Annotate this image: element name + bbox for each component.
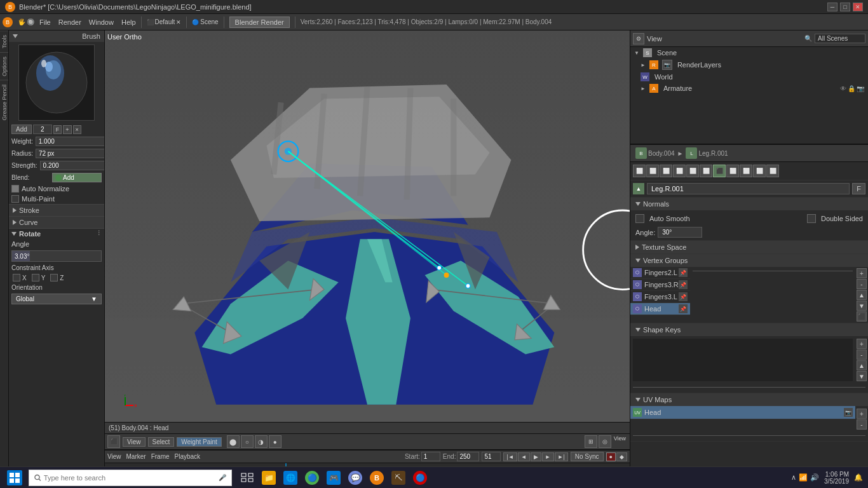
brush-add-btn[interactable]: Add (11, 125, 32, 134)
vg-header[interactable]: Vertex Groups (630, 254, 868, 267)
grease-pencil-tab[interactable]: Grease Pencil (0, 80, 8, 125)
menu-render[interactable]: Render (58, 18, 81, 26)
prop-tab-material[interactable]: ⬜ (726, 165, 739, 177)
prop-tab-world[interactable]: ⬜ (660, 165, 672, 177)
network-icon[interactable]: 📶 (799, 473, 808, 482)
sk-remove-btn[interactable]: - (857, 349, 867, 360)
search-bar[interactable]: 🎤 (29, 470, 232, 486)
notifications-icon[interactable]: 🔔 (854, 473, 863, 482)
maximize-btn[interactable]: □ (840, 3, 850, 11)
vg-item-fingers3l[interactable]: ⬡ Fingers3.L 📌 (630, 291, 690, 303)
taskbar-store-btn[interactable]: 🎮 (323, 468, 344, 488)
brush-num-field[interactable]: 2 (33, 125, 52, 134)
menu-file[interactable]: File (39, 18, 51, 26)
blend-selector[interactable]: Add (52, 173, 102, 182)
mode-selector[interactable]: 🖐 🔘 (18, 18, 34, 25)
outliner-item-scene[interactable]: ▼ S Scene (630, 47, 868, 58)
prop-tab-particles[interactable]: ⬜ (753, 165, 766, 177)
menu-help[interactable]: Help (121, 18, 136, 26)
menu-window[interactable]: Window (89, 18, 114, 26)
timeline-frame-menu[interactable]: Frame (151, 453, 170, 460)
armature-render-icon[interactable]: 📷 (857, 85, 864, 92)
view-btn[interactable]: View (123, 437, 146, 447)
taskview-btn[interactable] (237, 468, 257, 488)
prev-frame-btn[interactable]: ◄ (518, 452, 530, 461)
uvm-remove-btn[interactable]: - (857, 419, 867, 430)
tools-tab[interactable]: Tools (0, 30, 8, 52)
viewport-3d[interactable]: User Ortho (105, 30, 630, 433)
weight-paint-btn[interactable]: Weight Paint (177, 437, 222, 447)
z-checkbox[interactable] (50, 274, 58, 281)
prop-tab-modifiers[interactable]: ⬜ (700, 165, 712, 177)
normals-header[interactable]: Normals (630, 198, 868, 210)
radius-input[interactable]: 72 px (36, 149, 104, 158)
outliner-search[interactable] (815, 34, 865, 43)
record-btn[interactable]: ● (606, 452, 616, 461)
vg-remove-btn[interactable]: - (857, 279, 867, 289)
brush-header[interactable]: Brush (9, 30, 104, 42)
object-f-btn[interactable]: F (852, 183, 865, 194)
next-frame-btn[interactable]: ► (542, 452, 554, 461)
sk-header[interactable]: Shape Keys (630, 323, 868, 336)
material-mode-icon[interactable]: ◑ (255, 435, 268, 448)
outliner-item-renderlayers[interactable]: ► R 📷 RenderLayers (630, 58, 868, 71)
rendered-mode-icon[interactable]: ● (269, 435, 281, 448)
double-sided-checkbox[interactable] (807, 214, 816, 223)
taskbar-explorer-btn[interactable]: 📁 (259, 468, 279, 488)
prop-tab-data[interactable]: ⬛ (713, 165, 726, 177)
start-field[interactable] (421, 452, 440, 461)
start-button[interactable] (0, 467, 29, 489)
taskbar-discord-btn[interactable]: 💬 (345, 468, 365, 488)
curve-section-header[interactable]: Curve (9, 217, 104, 229)
taskbar-blender-btn[interactable]: B (367, 468, 387, 488)
sk-up-btn[interactable]: ▲ (857, 360, 867, 370)
speaker-icon[interactable]: 🔊 (810, 473, 819, 482)
scene-selector[interactable]: 🔵 Scene (192, 18, 218, 25)
outliner-settings-icon[interactable]: ⚙ (633, 33, 644, 44)
y-checkbox[interactable] (32, 274, 39, 281)
jump-end-btn[interactable]: ►| (555, 452, 568, 461)
blender-header-logo[interactable]: B (3, 17, 13, 27)
prop-tab-texture[interactable]: ⬜ (740, 165, 752, 177)
brush-remove-icon[interactable]: × (73, 125, 81, 134)
prop-tab-object[interactable]: ⬜ (673, 165, 686, 177)
snap-icon[interactable]: ⊞ (585, 435, 597, 448)
outliner-item-armature[interactable]: ► A Armature 👁 🔒 📷 (630, 83, 868, 94)
select-btn[interactable]: Select (148, 437, 175, 447)
prop-tab-render[interactable]: ⬜ (633, 165, 646, 177)
vg-up-btn[interactable]: ▲ (857, 290, 867, 300)
multi-paint-checkbox[interactable] (11, 195, 19, 203)
outliner-item-world[interactable]: W World (630, 71, 868, 83)
armature-restrict-icon[interactable]: 🔒 (848, 85, 855, 92)
vg-extra-btn[interactable]: ⬛ (857, 311, 867, 322)
play-btn[interactable]: ▶ (531, 452, 541, 461)
current-frame-field[interactable] (482, 452, 501, 461)
prop-tab-physics[interactable]: ⬜ (766, 165, 779, 177)
armature-eye-icon[interactable]: 👁 (840, 85, 846, 92)
stroke-section-header[interactable]: Stroke (9, 205, 104, 217)
proportional-edit-icon[interactable]: ◎ (599, 435, 611, 448)
orientation-selector[interactable]: Global ▼ (11, 294, 102, 304)
jump-start-btn[interactable]: |◄ (503, 452, 517, 461)
taskbar-extra-btn[interactable]: 🔵 (410, 468, 430, 488)
auto-normalize-checkbox[interactable] (11, 185, 19, 193)
strength-input[interactable]: 0.200 (40, 161, 104, 170)
texture-space-header[interactable]: Texture Space (630, 241, 868, 254)
prop-tab-scene[interactable]: ⬜ (646, 165, 659, 177)
sync-selector[interactable]: No Sync (571, 452, 604, 461)
timeline-view-menu[interactable]: View (107, 453, 121, 460)
sk-down-btn[interactable]: ▼ (857, 371, 867, 381)
brush-add-icon[interactable]: + (63, 125, 71, 134)
vg-add-btn[interactable]: + (857, 268, 867, 278)
end-field[interactable] (457, 452, 479, 461)
workspace-selector[interactable]: ⬛ Default ✕ (147, 18, 182, 25)
angle-input[interactable]: 30° (658, 227, 702, 238)
weight-input[interactable]: 1.000 (36, 137, 104, 146)
prop-tab-constraints[interactable]: ⬜ (686, 165, 699, 177)
close-btn[interactable]: ✕ (853, 3, 863, 11)
vg-item-head[interactable]: ⬡ Head 📌 (630, 303, 690, 315)
options-tab[interactable]: Options (0, 52, 8, 80)
vg-down-btn[interactable]: ▼ (857, 301, 867, 311)
taskbar-edge-btn[interactable]: 🌐 (280, 468, 301, 488)
x-checkbox[interactable] (13, 274, 20, 281)
